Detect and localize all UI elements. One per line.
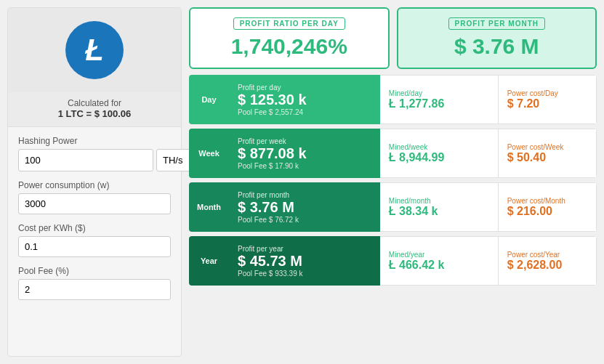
hashing-power-input[interactable]: [18, 149, 153, 171]
power-cell: Power cost/Day $ 7.20: [499, 75, 597, 124]
power-cell: Power cost/Year $ 2,628.00: [499, 236, 597, 286]
right-panel: PROFIT RATIO PER DAY 1,740,246% PROFIT P…: [189, 7, 597, 357]
mined-value: Ł 8,944.99: [389, 151, 489, 164]
profit-label: Profit per day: [238, 84, 371, 92]
mined-label: Mined/day: [389, 89, 489, 97]
period-label: Year: [189, 236, 229, 286]
calc-for-section: Calculated for 1 LTC = $ 100.06: [8, 92, 181, 127]
power-value: $ 2,628.00: [507, 259, 587, 272]
logo-letter: Ł: [85, 33, 104, 68]
power-cell: Power cost/Week $ 50.40: [499, 129, 597, 178]
profit-cell: Profit per day $ 125.30 k Pool Fee $ 2,5…: [229, 75, 380, 124]
monthly-value: $ 3.76 M: [407, 34, 587, 59]
mined-cell: Mined/year Ł 466.42 k: [380, 236, 499, 286]
hashing-power-label: Hashing Power: [18, 136, 171, 146]
power-value: $ 7.20: [507, 97, 587, 110]
power-value: $ 50.40: [507, 151, 587, 164]
pool-fee-input[interactable]: [18, 279, 171, 300]
profit-cell: Profit per month $ 3.76 M Pool Fee $ 76.…: [229, 182, 380, 232]
form-section: Hashing Power TH/s GH/s MH/s KH/s H/s Po…: [8, 127, 181, 300]
monthly-label: PROFIT PER MONTH: [448, 17, 545, 30]
power-label: Power cost/Year: [507, 251, 587, 259]
pool-fee-value: Pool Fee $ 2,557.24: [238, 108, 371, 116]
exchange-rate: 1 LTC = $ 100.06: [8, 108, 181, 119]
pool-fee-value: Pool Fee $ 933.39 k: [238, 270, 371, 278]
mined-value: Ł 38.34 k: [389, 205, 489, 218]
cost-per-kwh-label: Cost per KWh ($): [18, 223, 171, 233]
mined-label: Mined/year: [389, 251, 489, 259]
monthly-box: PROFIT PER MONTH $ 3.76 M: [397, 7, 597, 69]
ratio-label: PROFIT RATIO PER DAY: [233, 17, 345, 30]
profit-label: Profit per week: [238, 137, 371, 145]
table-row: Week Profit per week $ 877.08 k Pool Fee…: [189, 129, 597, 178]
profit-label: Profit per year: [238, 245, 371, 253]
cost-per-kwh-input[interactable]: [18, 236, 171, 257]
main-container: Ł Calculated for 1 LTC = $ 100.06 Hashin…: [0, 0, 604, 364]
power-label: Power cost/Week: [507, 143, 587, 151]
power-value: $ 216.00: [507, 205, 587, 218]
mined-label: Mined/week: [389, 143, 489, 151]
mined-label: Mined/month: [389, 197, 489, 205]
profit-label: Profit per month: [238, 191, 371, 199]
power-label: Power cost/Month: [507, 197, 587, 205]
power-consumption-label: Power consumption (w): [18, 180, 171, 190]
hashing-power-row: TH/s GH/s MH/s KH/s H/s: [18, 149, 171, 171]
calc-for-label: Calculated for: [8, 98, 181, 108]
profit-cell: Profit per year $ 45.73 M Pool Fee $ 933…: [229, 236, 380, 286]
profit-value: $ 877.08 k: [238, 145, 371, 162]
pool-fee-value: Pool Fee $ 17.90 k: [238, 162, 371, 170]
logo-area: Ł: [8, 8, 181, 92]
power-cell: Power cost/Month $ 216.00: [499, 182, 597, 232]
profit-cell: Profit per week $ 877.08 k Pool Fee $ 17…: [229, 129, 380, 178]
profit-value: $ 45.73 M: [238, 253, 371, 270]
data-rows: Day Profit per day $ 125.30 k Pool Fee $…: [189, 75, 597, 286]
power-label: Power cost/Day: [507, 89, 587, 97]
pool-fee-label: Pool Fee (%): [18, 266, 171, 276]
table-row: Year Profit per year $ 45.73 M Pool Fee …: [189, 236, 597, 286]
left-panel: Ł Calculated for 1 LTC = $ 100.06 Hashin…: [7, 7, 182, 357]
period-label: Week: [189, 129, 229, 178]
ltc-logo: Ł: [65, 21, 124, 79]
profit-value: $ 125.30 k: [238, 92, 371, 108]
ratio-box: PROFIT RATIO PER DAY 1,740,246%: [189, 7, 390, 69]
top-metrics: PROFIT RATIO PER DAY 1,740,246% PROFIT P…: [189, 7, 597, 69]
period-label: Day: [189, 75, 229, 124]
mined-cell: Mined/month Ł 38.34 k: [380, 182, 499, 232]
power-consumption-input[interactable]: [18, 193, 171, 214]
mined-value: Ł 1,277.86: [389, 97, 489, 110]
mined-cell: Mined/week Ł 8,944.99: [380, 129, 499, 178]
table-row: Month Profit per month $ 3.76 M Pool Fee…: [189, 182, 597, 232]
table-row: Day Profit per day $ 125.30 k Pool Fee $…: [189, 75, 597, 124]
period-label: Month: [189, 182, 229, 232]
profit-value: $ 3.76 M: [238, 199, 371, 216]
mined-cell: Mined/day Ł 1,277.86: [380, 75, 499, 124]
pool-fee-value: Pool Fee $ 76.72 k: [238, 216, 371, 224]
mined-value: Ł 466.42 k: [389, 259, 489, 272]
ratio-value: 1,740,246%: [199, 34, 379, 59]
